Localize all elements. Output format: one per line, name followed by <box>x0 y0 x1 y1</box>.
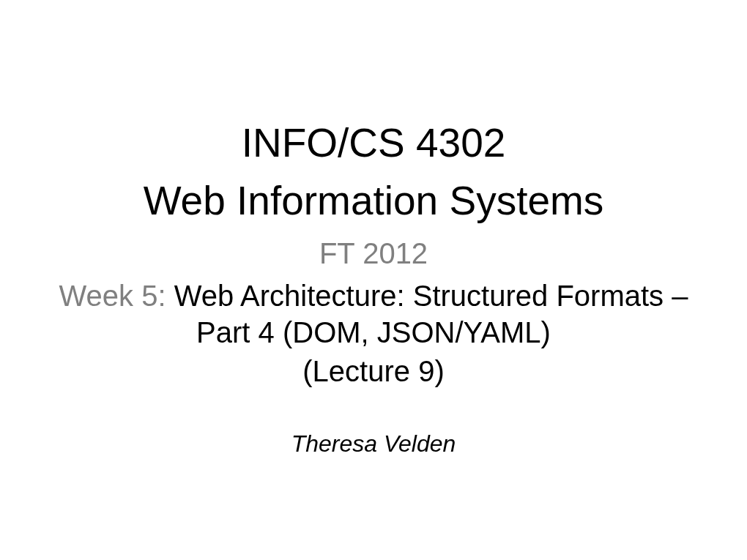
author-name: Theresa Velden <box>291 430 456 458</box>
course-title: Web Information Systems <box>144 179 604 223</box>
topic-line: Week 5: Web Architecture: Structured For… <box>44 277 703 351</box>
week-label: Week 5: <box>59 280 174 312</box>
slide-container: INFO/CS 4302 Web Information Systems FT … <box>0 0 747 560</box>
topic-text: Web Architecture: Structured Formats – P… <box>174 280 688 348</box>
lecture-number: (Lecture 9) <box>302 355 444 388</box>
course-code: INFO/CS 4302 <box>242 121 506 165</box>
term-label: FT 2012 <box>319 237 428 270</box>
